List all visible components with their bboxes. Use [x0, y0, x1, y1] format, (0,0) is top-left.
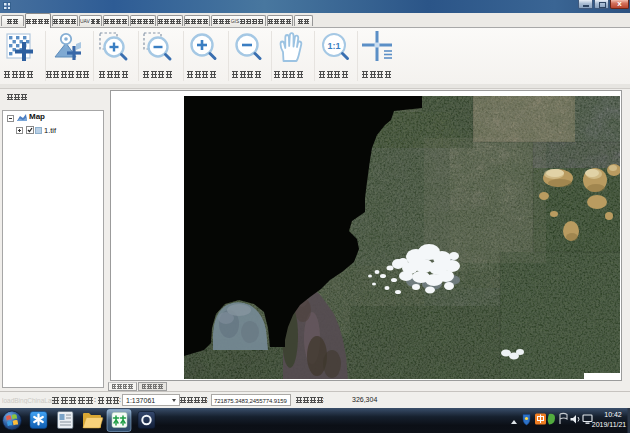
svg-text:1:1: 1:1 [327, 41, 340, 51]
